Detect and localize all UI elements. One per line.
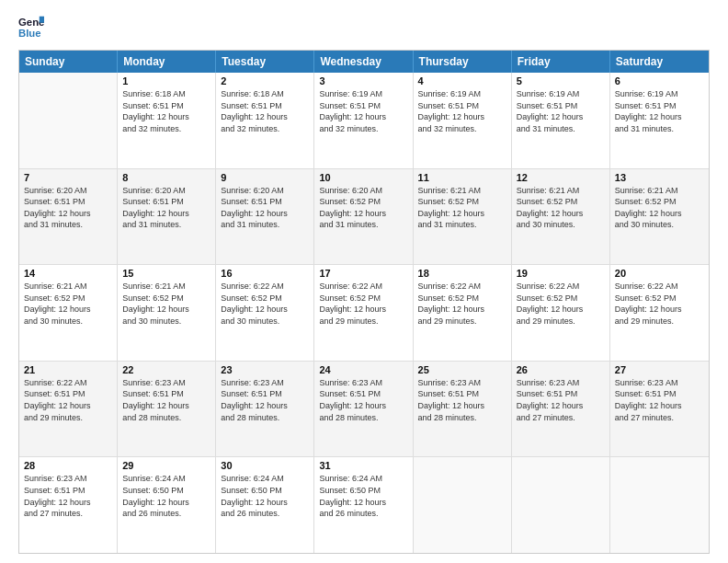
header-day-sunday: Sunday xyxy=(19,51,118,73)
calendar-week-3: 14Sunrise: 6:21 AM Sunset: 6:52 PM Dayli… xyxy=(19,265,709,362)
day-info: Sunrise: 6:23 AM Sunset: 6:51 PM Dayligh… xyxy=(615,377,704,423)
day-info: Sunrise: 6:19 AM Sunset: 6:51 PM Dayligh… xyxy=(615,88,704,134)
day-info: Sunrise: 6:21 AM Sunset: 6:52 PM Dayligh… xyxy=(418,185,506,231)
calendar-cell: 26Sunrise: 6:23 AM Sunset: 6:51 PM Dayli… xyxy=(512,362,610,457)
day-info: Sunrise: 6:21 AM Sunset: 6:52 PM Dayligh… xyxy=(517,185,605,231)
header-day-tuesday: Tuesday xyxy=(216,51,314,73)
calendar-cell: 11Sunrise: 6:21 AM Sunset: 6:52 PM Dayli… xyxy=(414,169,512,265)
day-number: 24 xyxy=(319,364,407,375)
day-number: 12 xyxy=(517,172,605,183)
calendar-cell: 15Sunrise: 6:21 AM Sunset: 6:52 PM Dayli… xyxy=(118,265,216,361)
day-number: 3 xyxy=(319,75,407,86)
day-info: Sunrise: 6:22 AM Sunset: 6:52 PM Dayligh… xyxy=(517,281,605,327)
day-number: 17 xyxy=(319,268,407,279)
day-number: 2 xyxy=(221,75,309,86)
day-number: 13 xyxy=(615,172,704,183)
calendar-cell: 13Sunrise: 6:21 AM Sunset: 6:52 PM Dayli… xyxy=(610,169,709,265)
calendar-cell: 12Sunrise: 6:21 AM Sunset: 6:52 PM Dayli… xyxy=(512,169,610,265)
calendar-cell xyxy=(19,73,118,168)
day-info: Sunrise: 6:20 AM Sunset: 6:51 PM Dayligh… xyxy=(24,185,112,231)
calendar-week-1: 1Sunrise: 6:18 AM Sunset: 6:51 PM Daylig… xyxy=(19,73,709,169)
calendar-cell: 31Sunrise: 6:24 AM Sunset: 6:50 PM Dayli… xyxy=(314,457,413,553)
day-number: 16 xyxy=(221,268,309,279)
day-info: Sunrise: 6:21 AM Sunset: 6:52 PM Dayligh… xyxy=(615,185,704,231)
day-number: 30 xyxy=(221,460,309,471)
day-info: Sunrise: 6:21 AM Sunset: 6:52 PM Dayligh… xyxy=(122,281,210,327)
calendar-cell: 24Sunrise: 6:23 AM Sunset: 6:51 PM Dayli… xyxy=(314,362,413,457)
calendar-cell: 16Sunrise: 6:22 AM Sunset: 6:52 PM Dayli… xyxy=(216,265,314,361)
calendar-week-4: 21Sunrise: 6:22 AM Sunset: 6:51 PM Dayli… xyxy=(19,362,709,458)
day-number: 18 xyxy=(418,268,506,279)
day-info: Sunrise: 6:19 AM Sunset: 6:51 PM Dayligh… xyxy=(517,88,605,134)
day-number: 26 xyxy=(517,364,605,375)
day-number: 9 xyxy=(221,172,309,183)
calendar-cell: 17Sunrise: 6:22 AM Sunset: 6:52 PM Dayli… xyxy=(314,265,413,361)
day-info: Sunrise: 6:22 AM Sunset: 6:52 PM Dayligh… xyxy=(221,281,309,327)
day-info: Sunrise: 6:24 AM Sunset: 6:50 PM Dayligh… xyxy=(122,473,210,519)
day-number: 4 xyxy=(418,75,506,86)
calendar-cell: 4Sunrise: 6:19 AM Sunset: 6:51 PM Daylig… xyxy=(414,73,512,168)
day-info: Sunrise: 6:24 AM Sunset: 6:50 PM Dayligh… xyxy=(221,473,309,519)
calendar-cell: 21Sunrise: 6:22 AM Sunset: 6:51 PM Dayli… xyxy=(19,362,118,457)
day-info: Sunrise: 6:23 AM Sunset: 6:51 PM Dayligh… xyxy=(517,377,605,423)
day-info: Sunrise: 6:22 AM Sunset: 6:52 PM Dayligh… xyxy=(615,281,704,327)
day-number: 11 xyxy=(418,172,506,183)
day-info: Sunrise: 6:20 AM Sunset: 6:52 PM Dayligh… xyxy=(319,185,407,231)
header-day-thursday: Thursday xyxy=(414,51,512,73)
svg-text:Blue: Blue xyxy=(18,28,41,39)
day-info: Sunrise: 6:20 AM Sunset: 6:51 PM Dayligh… xyxy=(122,185,210,231)
day-number: 6 xyxy=(615,75,704,86)
day-number: 20 xyxy=(615,268,704,279)
day-number: 25 xyxy=(418,364,506,375)
page-header: General Blue xyxy=(18,15,710,40)
day-number: 29 xyxy=(122,460,210,471)
calendar-cell xyxy=(414,457,512,553)
calendar-cell xyxy=(610,457,709,553)
header-day-saturday: Saturday xyxy=(610,51,709,73)
day-number: 7 xyxy=(24,172,112,183)
day-info: Sunrise: 6:23 AM Sunset: 6:51 PM Dayligh… xyxy=(418,377,506,423)
day-number: 23 xyxy=(221,364,309,375)
calendar-cell: 19Sunrise: 6:22 AM Sunset: 6:52 PM Dayli… xyxy=(512,265,610,361)
header-day-wednesday: Wednesday xyxy=(314,51,413,73)
day-info: Sunrise: 6:22 AM Sunset: 6:52 PM Dayligh… xyxy=(319,281,407,327)
calendar-cell: 25Sunrise: 6:23 AM Sunset: 6:51 PM Dayli… xyxy=(414,362,512,457)
day-number: 27 xyxy=(615,364,704,375)
calendar-cell: 10Sunrise: 6:20 AM Sunset: 6:52 PM Dayli… xyxy=(314,169,413,265)
calendar-week-5: 28Sunrise: 6:23 AM Sunset: 6:51 PM Dayli… xyxy=(19,457,709,553)
day-info: Sunrise: 6:23 AM Sunset: 6:51 PM Dayligh… xyxy=(319,377,407,423)
day-info: Sunrise: 6:19 AM Sunset: 6:51 PM Dayligh… xyxy=(319,88,407,134)
day-number: 14 xyxy=(24,268,112,279)
day-info: Sunrise: 6:23 AM Sunset: 6:51 PM Dayligh… xyxy=(24,473,112,519)
logo: General Blue xyxy=(18,15,48,40)
calendar-cell: 3Sunrise: 6:19 AM Sunset: 6:51 PM Daylig… xyxy=(314,73,413,168)
day-number: 8 xyxy=(122,172,210,183)
day-number: 19 xyxy=(517,268,605,279)
calendar-cell: 7Sunrise: 6:20 AM Sunset: 6:51 PM Daylig… xyxy=(19,169,118,265)
calendar-body: 1Sunrise: 6:18 AM Sunset: 6:51 PM Daylig… xyxy=(19,73,709,553)
calendar-cell: 27Sunrise: 6:23 AM Sunset: 6:51 PM Dayli… xyxy=(610,362,709,457)
calendar-cell: 18Sunrise: 6:22 AM Sunset: 6:52 PM Dayli… xyxy=(414,265,512,361)
calendar-header: SundayMondayTuesdayWednesdayThursdayFrid… xyxy=(19,51,709,73)
calendar-cell: 23Sunrise: 6:23 AM Sunset: 6:51 PM Dayli… xyxy=(216,362,314,457)
calendar-week-2: 7Sunrise: 6:20 AM Sunset: 6:51 PM Daylig… xyxy=(19,169,709,266)
calendar-cell xyxy=(512,457,610,553)
day-number: 5 xyxy=(517,75,605,86)
day-info: Sunrise: 6:18 AM Sunset: 6:51 PM Dayligh… xyxy=(122,88,210,134)
calendar-cell: 20Sunrise: 6:22 AM Sunset: 6:52 PM Dayli… xyxy=(610,265,709,361)
calendar-cell: 5Sunrise: 6:19 AM Sunset: 6:51 PM Daylig… xyxy=(512,73,610,168)
day-info: Sunrise: 6:20 AM Sunset: 6:51 PM Dayligh… xyxy=(221,185,309,231)
day-number: 15 xyxy=(122,268,210,279)
calendar: SundayMondayTuesdayWednesdayThursdayFrid… xyxy=(18,50,710,554)
calendar-cell: 14Sunrise: 6:21 AM Sunset: 6:52 PM Dayli… xyxy=(19,265,118,361)
day-info: Sunrise: 6:21 AM Sunset: 6:52 PM Dayligh… xyxy=(24,281,112,327)
calendar-cell: 28Sunrise: 6:23 AM Sunset: 6:51 PM Dayli… xyxy=(19,457,118,553)
calendar-cell: 30Sunrise: 6:24 AM Sunset: 6:50 PM Dayli… xyxy=(216,457,314,553)
calendar-cell: 22Sunrise: 6:23 AM Sunset: 6:51 PM Dayli… xyxy=(118,362,216,457)
day-info: Sunrise: 6:22 AM Sunset: 6:51 PM Dayligh… xyxy=(24,377,112,423)
day-info: Sunrise: 6:24 AM Sunset: 6:50 PM Dayligh… xyxy=(319,473,407,519)
logo-icon: General Blue xyxy=(18,15,44,40)
day-number: 28 xyxy=(24,460,112,471)
svg-marker-2 xyxy=(40,17,44,23)
day-number: 31 xyxy=(319,460,407,471)
